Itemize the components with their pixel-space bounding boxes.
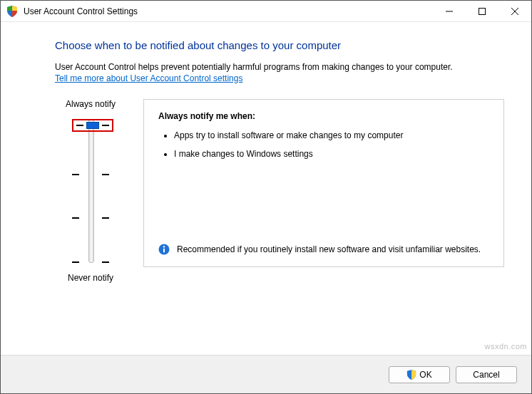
- slider-tick-4: [72, 261, 109, 263]
- description-bullet: I make changes to Windows settings: [174, 148, 489, 160]
- cancel-button[interactable]: Cancel: [456, 366, 517, 383]
- notification-slider[interactable]: [55, 116, 126, 266]
- cancel-button-label: Cancel: [473, 370, 499, 380]
- slider-thumb-highlight: [72, 119, 113, 132]
- close-button[interactable]: [498, 1, 531, 22]
- svg-point-2: [163, 246, 165, 247]
- slider-thumb[interactable]: [86, 122, 99, 129]
- ok-button[interactable]: OK: [389, 366, 450, 383]
- footer-bar: OK Cancel: [1, 355, 531, 393]
- titlebar: User Account Control Settings: [1, 1, 531, 22]
- description-title: Always notify me when:: [158, 111, 489, 121]
- uac-shield-icon: [6, 6, 18, 17]
- uac-window: User Account Control Settings Choose whe…: [0, 0, 532, 394]
- window-title: User Account Control Settings: [24, 6, 433, 16]
- slider-bottom-label: Never notify: [55, 273, 126, 283]
- slider-column: Always notify Never notify: [55, 99, 126, 283]
- recommendation-text: Recommended if you routinely install new…: [177, 244, 481, 255]
- minimize-button[interactable]: [433, 1, 466, 22]
- slider-tick-1: [72, 119, 109, 132]
- slider-tick-3: [72, 217, 109, 219]
- learn-more-link[interactable]: Tell me more about User Account Control …: [55, 73, 242, 83]
- description-bullet: Apps try to install software or make cha…: [174, 130, 489, 141]
- info-icon: [158, 244, 170, 255]
- slider-tick-2: [72, 174, 109, 175]
- description-panel: Always notify me when: Apps try to insta…: [143, 99, 504, 267]
- svg-rect-3: [163, 248, 165, 252]
- slider-top-label: Always notify: [55, 99, 126, 109]
- recommendation-row: Recommended if you routinely install new…: [158, 244, 489, 255]
- watermark-text: wsxdn.com: [484, 342, 527, 351]
- ok-button-label: OK: [419, 370, 431, 380]
- maximize-button[interactable]: [466, 1, 498, 22]
- content-area: Choose when to be notified about changes…: [1, 22, 531, 283]
- svg-rect-0: [479, 8, 486, 14]
- page-heading: Choose when to be notified about changes…: [55, 39, 504, 51]
- uac-shield-icon: [406, 370, 416, 380]
- page-subtext: User Account Control helps prevent poten…: [55, 61, 504, 73]
